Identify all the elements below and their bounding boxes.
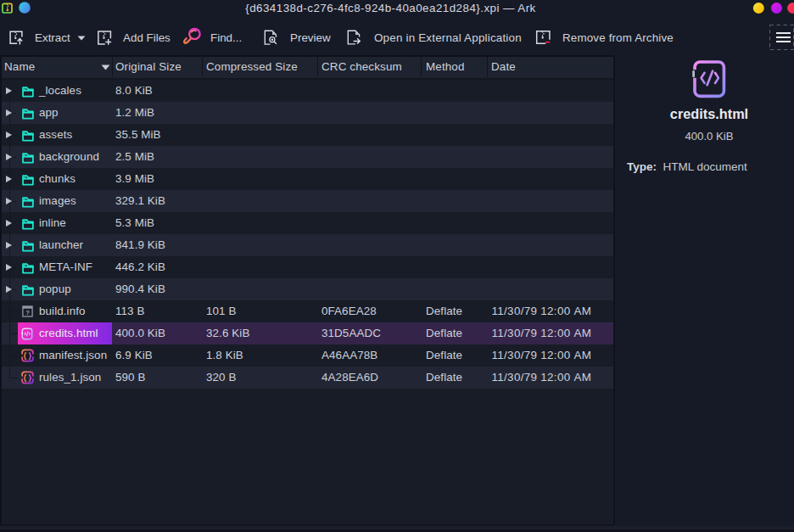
svg-text:?: ? (25, 309, 30, 316)
